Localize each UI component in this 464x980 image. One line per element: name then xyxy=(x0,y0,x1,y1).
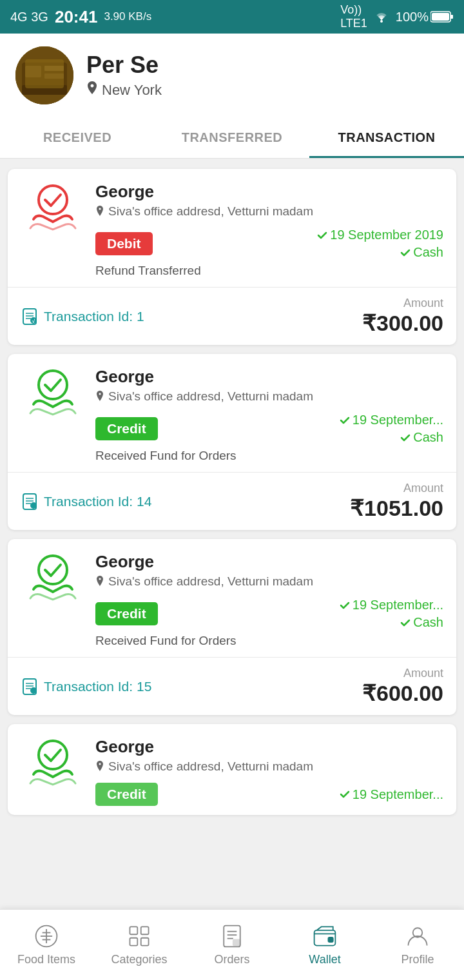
customer-address-2: Siva's office addresd, Vetturni madam xyxy=(95,389,443,404)
transaction-icon-3 xyxy=(21,552,85,610)
location-pin-icon xyxy=(86,81,98,99)
tab-received[interactable]: RECEIVED xyxy=(0,117,155,158)
svg-rect-35 xyxy=(130,926,137,934)
payment-method-3: Cash xyxy=(400,615,443,630)
date-cash-1: 19 September 2019 Cash xyxy=(317,228,443,260)
card-top-1: George Siva's office addresd, Vetturni m… xyxy=(8,169,456,287)
transaction-id-3: Transaction Id: 15 xyxy=(21,678,151,696)
location-text: New York xyxy=(102,82,162,99)
svg-rect-9 xyxy=(22,85,67,95)
payment-method-1: Cash xyxy=(400,245,443,260)
transaction-icon-4 xyxy=(21,737,85,795)
svg-rect-6 xyxy=(25,66,41,77)
card-details-4: George Siva's office addresd, Vetturni m… xyxy=(95,737,443,806)
battery: 100% xyxy=(396,10,454,24)
payment-method-2: Cash xyxy=(400,430,443,445)
amount-section-1: Amount ₹300.00 xyxy=(362,297,443,336)
date-2: 19 September... xyxy=(340,413,443,427)
card-bottom-2: Transaction Id: 14 Amount ₹1051.00 xyxy=(8,472,456,530)
svg-rect-3 xyxy=(432,13,449,21)
svg-point-17 xyxy=(39,371,67,399)
nav-categories-label: Categories xyxy=(111,953,167,966)
profile-info: Per Se New York xyxy=(86,52,162,99)
nav-profile[interactable]: Profile xyxy=(371,918,464,972)
nav-food-items[interactable]: Food Items xyxy=(0,918,93,972)
svg-point-29 xyxy=(39,741,67,769)
card-top-4: George Siva's office addresd, Vetturni m… xyxy=(8,724,456,815)
svg-rect-2 xyxy=(450,15,453,19)
nav-wallet[interactable]: Wallet xyxy=(278,918,371,972)
amount-section-3: Amount ₹600.00 xyxy=(362,667,443,706)
svg-point-28 xyxy=(30,687,37,694)
svg-rect-45 xyxy=(328,937,333,942)
nav-food-items-label: Food Items xyxy=(17,953,75,966)
svg-text:√: √ xyxy=(32,318,35,324)
card-desc-1: Refund Transferred xyxy=(95,264,443,278)
restaurant-name: Per Se xyxy=(86,52,162,79)
customer-name-4: George xyxy=(95,737,443,757)
card-row2-4: Credit 19 September... xyxy=(95,783,443,806)
card-top-3: George Siva's office addresd, Vetturni m… xyxy=(8,539,456,657)
svg-rect-43 xyxy=(233,939,240,945)
network-info: 4G 3G xyxy=(10,10,48,24)
transaction-icon-1 xyxy=(21,182,85,240)
status-bar: 4G 3G 20:41 3.90 KB/s Vo))LTE1 100% xyxy=(0,0,464,34)
time: 20:41 xyxy=(55,7,98,27)
transaction-list: George Siva's office addresd, Vetturni m… xyxy=(0,159,464,825)
date-3: 19 September... xyxy=(340,598,443,612)
volte-signal: Vo))LTE1 xyxy=(340,3,367,30)
customer-address-3: Siva's office addresd, Vetturni madam xyxy=(95,574,443,589)
speed: 3.90 KB/s xyxy=(104,10,151,23)
nav-orders-label: Orders xyxy=(214,953,249,966)
svg-rect-8 xyxy=(44,74,64,79)
svg-point-22 xyxy=(30,502,37,509)
svg-rect-38 xyxy=(141,938,149,946)
type-badge-3: Credit xyxy=(95,602,158,625)
card-details-1: George Siva's office addresd, Vetturni m… xyxy=(95,182,443,278)
restaurant-location: New York xyxy=(86,81,162,99)
type-badge-1: Debit xyxy=(95,232,153,255)
svg-point-10 xyxy=(39,186,67,214)
customer-name-3: George xyxy=(95,552,443,572)
svg-rect-7 xyxy=(44,66,64,71)
type-badge-2: Credit xyxy=(95,417,158,440)
transaction-id-1: √ Transaction Id: 1 xyxy=(21,308,144,326)
customer-name-1: George xyxy=(95,182,443,202)
svg-rect-37 xyxy=(130,938,137,946)
date-cash-4: 19 September... xyxy=(340,787,443,802)
nav-orders[interactable]: Orders xyxy=(186,918,278,972)
amount-section-2: Amount ₹1051.00 xyxy=(350,482,443,521)
card-bottom-3: Transaction Id: 15 Amount ₹600.00 xyxy=(8,657,456,715)
profile-header: Per Se New York xyxy=(0,34,464,117)
transaction-card-4: George Siva's office addresd, Vetturni m… xyxy=(8,724,456,815)
avatar xyxy=(15,46,73,104)
customer-address-4: Siva's office addresd, Vetturni madam xyxy=(95,760,443,774)
svg-point-23 xyxy=(39,556,67,584)
date-4: 19 September... xyxy=(340,787,443,802)
transaction-card-1: George Siva's office addresd, Vetturni m… xyxy=(8,169,456,345)
type-badge-4: Credit xyxy=(95,783,158,806)
card-bottom-1: √ Transaction Id: 1 Amount ₹300.00 xyxy=(8,287,456,345)
svg-rect-36 xyxy=(141,926,149,934)
tab-transferred[interactable]: TRANSFERRED xyxy=(155,117,309,158)
date-cash-3: 19 September... Cash xyxy=(340,598,443,630)
transaction-card-2: George Siva's office addresd, Vetturni m… xyxy=(8,354,456,530)
customer-address-1: Siva's office addresd, Vetturni madam xyxy=(95,204,443,219)
transaction-icon-2 xyxy=(21,367,85,425)
transaction-id-2: Transaction Id: 14 xyxy=(21,493,151,511)
status-left: 4G 3G 20:41 3.90 KB/s xyxy=(10,7,151,27)
card-desc-2: Received Fund for Orders xyxy=(95,449,443,463)
nav-categories[interactable]: Categories xyxy=(93,918,186,972)
bottom-nav: Food Items Categories Orders Wallet xyxy=(0,909,464,980)
customer-name-2: George xyxy=(95,367,443,387)
wifi-icon xyxy=(372,8,391,26)
card-row2-3: Credit 19 September... Cash xyxy=(95,598,443,630)
tabs-bar: RECEIVED TRANSFERRED TRANSACTION xyxy=(0,117,464,159)
card-row2-1: Debit 19 September 2019 Cash xyxy=(95,228,443,260)
nav-profile-label: Profile xyxy=(401,953,434,966)
card-desc-3: Received Fund for Orders xyxy=(95,634,443,648)
date-cash-2: 19 September... Cash xyxy=(340,413,443,445)
nav-wallet-label: Wallet xyxy=(309,953,340,966)
card-details-3: George Siva's office addresd, Vetturni m… xyxy=(95,552,443,648)
tab-transaction[interactable]: TRANSACTION xyxy=(309,117,464,158)
